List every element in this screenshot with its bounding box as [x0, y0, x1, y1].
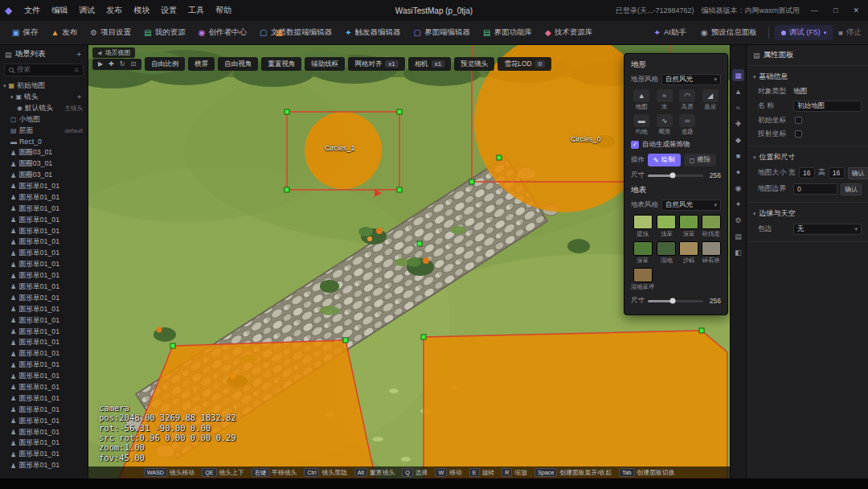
menu-item[interactable]: 帮助	[210, 3, 237, 18]
viewport-pill[interactable]: 自由视角	[218, 57, 258, 71]
section-title[interactable]: ▾ 基础信息	[747, 69, 868, 84]
terrain-tool-button[interactable]: ◢ 悬崖	[700, 89, 722, 111]
side-tool-icon[interactable]: ◉	[732, 182, 744, 194]
viewport-tool-icon[interactable]: ↻	[120, 60, 125, 68]
tree-item[interactable]: ♟ 圆形草01_01	[0, 427, 88, 438]
toolbar-button[interactable]: ⚙ 项目设置	[84, 24, 137, 41]
surface-texture-swatch[interactable]: 碎石块	[701, 241, 721, 265]
side-tool-icon[interactable]: ≈	[732, 101, 744, 113]
viewport-pill[interactable]: 雪花LOD 0	[497, 57, 551, 71]
maximize-button[interactable]: □	[829, 6, 841, 14]
tree-item[interactable]: ♟ 圆形草01_01	[0, 449, 88, 460]
editor-launcher-button[interactable]: ◆ 技术资源库	[539, 24, 598, 41]
viewport-pill[interactable]: 辅助线框	[305, 57, 345, 71]
surface-texture-swatch[interactable]: 深草	[679, 215, 699, 238]
tree-item[interactable]: ♟ 圆形草01_01	[0, 405, 88, 416]
terrain-tool-button[interactable]: ═ 道路	[677, 114, 698, 136]
filter-icon[interactable]: ≡	[75, 66, 79, 74]
tree-item[interactable]: ♟ 圆形草01_01	[0, 226, 88, 237]
search-input[interactable]: 搜索 ≡	[4, 64, 84, 76]
surface-texture-swatch[interactable]: 湿地	[657, 241, 677, 265]
surface-texture-swatch[interactable]: 砍伐道	[701, 215, 721, 238]
debug-button[interactable]: 调试 (F5) ▾	[775, 25, 833, 40]
slider-thumb[interactable]	[670, 173, 676, 179]
viewport-pill[interactable]: 横屏	[188, 57, 215, 71]
tree-item[interactable]: ♟ 圆圈03_01	[0, 170, 88, 181]
map-width-input[interactable]	[799, 167, 815, 179]
expand-arrow-icon[interactable]: ▾	[10, 94, 14, 101]
toolbar-button[interactable]: ▲ 发布	[45, 24, 83, 41]
surface-texture-swatch[interactable]: 浅草	[657, 215, 677, 238]
tree-item[interactable]: ♟ 圆形草01_01	[0, 393, 88, 405]
tree-item[interactable]: ▬ Rect_0	[0, 136, 88, 147]
terrain-tool-button[interactable]: ≈ 水	[654, 89, 676, 111]
viewport-tool-icon[interactable]: ✚	[108, 60, 114, 68]
terrain-tool-button[interactable]: ∿ 顺滑	[654, 114, 676, 136]
tree-item[interactable]: ▾ ▣ 镜头 ＋	[0, 92, 88, 103]
terrain-tool-button[interactable]: ▲ 地图	[631, 89, 653, 111]
tree-item[interactable]: ♟ 圆圈03_01	[0, 147, 88, 158]
tree-item[interactable]: ▾ ▦ 初始地图	[0, 80, 88, 92]
tree-item[interactable]: ♟ 圆形草01_01	[0, 416, 88, 427]
tree-item[interactable]: ♟ 圆形草01_01	[0, 337, 88, 348]
shape-label-circles-0[interactable]: Circles_0	[571, 135, 601, 143]
editor-launcher-button[interactable]: ▦ 数据端编辑器	[270, 24, 338, 41]
surface-style-select[interactable]: 自然风光 ▾	[661, 199, 721, 211]
tree-item[interactable]: ♟ 圆形草01_01	[0, 293, 88, 304]
side-tool-icon[interactable]: ◆	[732, 134, 744, 146]
tree-item[interactable]: ♟ 圆形草01_01	[0, 259, 88, 270]
confirm-border-button[interactable]: 确认	[841, 183, 862, 195]
toolbar-button[interactable]: ◉ 创作者中心	[193, 24, 252, 41]
slider-thumb[interactable]	[670, 298, 676, 304]
tree-item[interactable]: ◉ 默认镜头 主镜头	[0, 103, 88, 114]
section-title[interactable]: ▾ 位置和尺寸	[747, 150, 868, 165]
stop-button[interactable]: ■ 停止	[838, 27, 862, 38]
toolbar-right-button[interactable]: ◉ 预设信息面板	[695, 24, 763, 41]
menu-item[interactable]: 调试	[73, 3, 100, 18]
side-tool-icon[interactable]: ⚙	[732, 214, 744, 226]
tree-item[interactable]: ♟ 圆圈03_01	[0, 158, 88, 170]
tree-item[interactable]: ♟ 圆形草01_01	[0, 236, 88, 248]
projection-coord-checkbox[interactable]	[795, 130, 802, 138]
viewport-pill[interactable]: 网格对齐 x1	[348, 57, 404, 71]
tree-item[interactable]: ▤ 层面 default	[0, 125, 88, 137]
tree-item[interactable]: ♟ 圆形草01_01	[0, 327, 88, 338]
tree-item[interactable]: ♟ 圆形草01_01	[0, 270, 88, 281]
side-tool-icon[interactable]: ◧	[732, 246, 744, 258]
menu-item[interactable]: 文件	[18, 3, 46, 18]
side-tool-icon[interactable]: ▦	[732, 69, 744, 81]
shape-label-circles-1[interactable]: Circles_1	[325, 144, 355, 152]
tree-item[interactable]: ♟ 圆形草01_01	[0, 382, 88, 393]
draw-button[interactable]: ✎ 绘制	[648, 154, 681, 166]
close-button[interactable]: ✕	[849, 6, 863, 14]
tree-item[interactable]: ♟ 圆形草01_01	[0, 360, 88, 371]
tree-item[interactable]: ♟ 圆形草01_01	[0, 181, 88, 192]
map-border-input[interactable]	[793, 183, 837, 195]
menu-item[interactable]: 发布	[100, 3, 128, 18]
add-scene-button[interactable]: ＋	[76, 49, 84, 60]
terrain-tool-button[interactable]: ◠ 高原	[677, 89, 698, 111]
side-tool-icon[interactable]: ■	[732, 150, 744, 162]
viewport-tool-icon[interactable]: ⊡	[131, 60, 137, 68]
viewport-pill[interactable]: 重置视角	[261, 57, 301, 71]
surface-texture-swatch[interactable]: 提浅	[631, 215, 654, 238]
surface-texture-swatch[interactable]: 沙砾	[679, 241, 699, 265]
tree-item[interactable]: ♟ 圆形草01_01	[0, 315, 88, 327]
tree-item[interactable]: ♟ 圆形草01_01	[0, 304, 88, 315]
terrain-size-slider[interactable]	[648, 175, 703, 177]
tree-item-add-button[interactable]: ＋	[76, 92, 84, 102]
viewport-tool-icon[interactable]: ▶	[98, 60, 103, 68]
terrain-style-select[interactable]: 自然风光 ▾	[661, 74, 721, 85]
toolbar-right-button[interactable]: ✦ AI助手	[649, 24, 692, 41]
surface-texture-swatch[interactable]: 深草	[631, 241, 654, 265]
expand-arrow-icon[interactable]: ▾	[3, 83, 6, 89]
tree-item[interactable]: ♟ 圆形草01_01	[0, 348, 88, 360]
tree-item[interactable]: ♟ 圆形草01_01	[0, 192, 88, 203]
tree-item[interactable]: ♟ 圆形草01_01	[0, 438, 88, 450]
tree-item[interactable]: ♟ 圆形草01_01	[0, 248, 88, 259]
tree-item[interactable]: ♟ 圆形草01_01	[0, 460, 88, 471]
editor-launcher-button[interactable]: ✦ 触发器编辑器	[339, 24, 406, 41]
tree-item[interactable]: ▢ 小地图	[0, 114, 88, 125]
viewport-pill[interactable]: 相机 x1	[408, 57, 451, 71]
tree-item[interactable]: ♟ 圆形草01_01	[0, 215, 88, 226]
